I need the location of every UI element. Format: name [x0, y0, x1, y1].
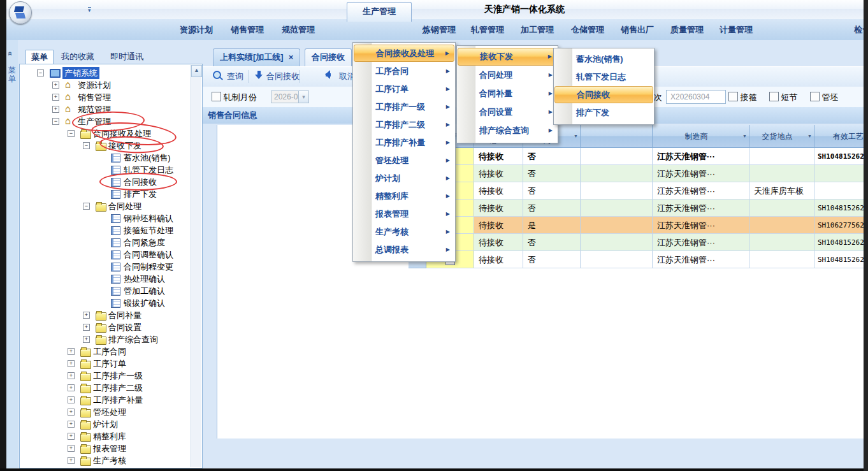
tree-expander-icon[interactable]: + [68, 433, 75, 440]
toolbar-button-query[interactable]: 查询 [227, 70, 243, 83]
tree-node-label[interactable]: 资源计划 [78, 79, 111, 91]
tree-expander-icon[interactable]: + [68, 360, 75, 367]
grid-cell-hidden[interactable] [581, 182, 653, 199]
menubar-item[interactable]: 规范管理 [282, 24, 315, 36]
tree-node-label[interactable]: 接箍短节处理 [124, 224, 173, 236]
tree-node-label[interactable]: 精整利库 [93, 430, 126, 442]
tree-node-label[interactable]: 生产考核 [93, 454, 126, 467]
menu-item-menu3-2[interactable]: 合同接收 [554, 86, 653, 103]
grid-cell-hidden[interactable] [581, 217, 653, 234]
grid-cell-rollback[interactable]: 否 [523, 251, 581, 268]
tree-node-label[interactable]: 合同制程变更 [124, 261, 173, 273]
grid-cell-maker[interactable]: 江苏天淮钢管··· [653, 251, 749, 268]
grid-cell-status[interactable]: 待接收 [474, 182, 523, 199]
grid-cell-doc[interactable] [814, 165, 864, 182]
grid-cell-doc[interactable]: SH104815262014/··· [814, 251, 864, 268]
menu-item-menu1-2[interactable]: 工序订单▶ [354, 80, 454, 98]
sidebar-tab-favorites[interactable]: 我的收藏 [56, 50, 99, 64]
app-logo-icon[interactable] [9, 1, 32, 24]
grid-cell-doc[interactable]: SH104815262008··· [814, 148, 864, 165]
grid-cell-hidden[interactable] [581, 234, 653, 251]
checkbox[interactable] [769, 92, 779, 101]
tree-node-label[interactable]: 炉计划 [93, 418, 118, 430]
grid-cell-rollback[interactable]: 否 [523, 182, 581, 199]
menubar-item[interactable]: 炼钢管理 [423, 24, 456, 36]
menu-item-menu1-3[interactable]: 工序排产一级▶ [354, 98, 454, 115]
grid-cell-doc[interactable]: SH106277562007/··· [814, 217, 864, 234]
tree-expander-icon[interactable]: + [68, 445, 75, 452]
content-tab-0[interactable]: 上料实绩[加工线]× [213, 48, 300, 67]
grid-cell-status[interactable]: 待接收 [474, 148, 523, 165]
menu-item-menu3-0[interactable]: 蓄水池(销售) [554, 50, 653, 68]
checkbox[interactable] [728, 92, 738, 101]
tree-node-label[interactable]: 排产综合查询 [108, 333, 158, 345]
grid-cell-place[interactable] [749, 234, 814, 251]
tree-expander-icon[interactable]: + [68, 348, 75, 355]
column-header-hidden[interactable] [581, 125, 653, 148]
menu-item-menu1-5[interactable]: 工序排产补量▶ [354, 134, 454, 151]
tree-expander-icon[interactable]: + [52, 94, 59, 101]
menu-item-menu1-4[interactable]: 工序排产二级▶ [354, 116, 454, 133]
grid-cell-hidden[interactable] [581, 199, 653, 217]
filter-icon[interactable]: ▼ [742, 134, 747, 138]
menu-item-menu1-6[interactable]: 管坯处理▶ [354, 152, 454, 169]
collapsed-panel-strip[interactable]: « 菜单 [6, 40, 18, 468]
column-header-place[interactable]: 交货地点▼ [749, 125, 814, 148]
filter-icon[interactable]: ▼ [807, 134, 812, 138]
tab-close-icon[interactable]: × [289, 52, 294, 62]
grid-cell-place[interactable] [749, 199, 814, 217]
grid-cell-hidden[interactable] [581, 148, 653, 165]
tree-node-label[interactable]: 工序排产二级 [93, 382, 143, 394]
menubar-item[interactable]: 轧管管理 [471, 24, 504, 36]
column-header-maker[interactable]: 制造商▼ [653, 125, 749, 148]
tree-node-label[interactable]: 工序合同 [93, 345, 126, 358]
month-combo[interactable]: 2026-03▾ [271, 91, 309, 103]
tree-expander-icon[interactable]: + [68, 457, 75, 464]
quick-access-dropdown-icon[interactable]: ▾ [88, 7, 91, 13]
tree-node-label[interactable]: 管加工确认 [124, 285, 165, 297]
grid-cell-maker[interactable]: 江苏天淮钢管··· [653, 217, 749, 234]
menu-item-menu1-11[interactable]: 总调报表▶ [354, 241, 454, 258]
menubar-item[interactable]: 仓储管理 [571, 24, 604, 36]
grid-cell-place[interactable] [749, 148, 814, 165]
tree-expander-icon[interactable]: − [37, 69, 44, 76]
grid-cell-rollback[interactable]: 否 [523, 199, 581, 217]
sidebar-tab-messenger[interactable]: 即时通讯 [105, 50, 148, 64]
tree-expander-icon[interactable]: − [52, 118, 59, 125]
menu-item-menu1-9[interactable]: 报表管理▶ [354, 205, 454, 222]
grid-cell-place[interactable] [749, 251, 814, 268]
menu-item-menu2-3[interactable]: 合同设置▶ [458, 103, 557, 121]
tree-node-label[interactable]: 热处理确认 [124, 273, 165, 285]
tree-expander-icon[interactable]: + [68, 396, 75, 403]
menubar-item[interactable]: 质量管理 [670, 24, 704, 36]
grid-cell-place[interactable]: 天淮库房车板 [749, 182, 814, 199]
grid-cell-rollback[interactable]: 是 [523, 217, 581, 234]
tree-node-label[interactable]: 工序订单 [93, 358, 126, 370]
grid-cell-maker[interactable]: 江苏天淮钢管··· [653, 148, 749, 165]
grid-cell-hidden[interactable] [581, 165, 653, 182]
tree-node-label[interactable]: 合同设置 [108, 321, 141, 333]
tree-scrollbar[interactable]: ▲ [191, 65, 201, 467]
menubar-item[interactable]: 计量管理 [720, 24, 753, 36]
tree-node-label[interactable]: 合同补量 [108, 309, 141, 321]
tree-node-label[interactable]: 锻拔扩确认 [124, 297, 165, 309]
tree-node-label[interactable]: 管坯处理 [93, 406, 126, 418]
grid-cell-status[interactable]: 待接收 [474, 199, 523, 217]
content-tab-1[interactable]: 合同接收 [305, 48, 352, 67]
tree-node-label[interactable]: 合同处理 [108, 200, 141, 212]
tree-expander-icon[interactable]: + [68, 372, 75, 379]
tree-node-label[interactable]: 工序排产一级 [93, 370, 143, 382]
tree-expander-icon[interactable]: + [68, 421, 75, 428]
menubar-item[interactable]: 加工管理 [521, 24, 554, 36]
menu-item-production[interactable]: 生产管理 [347, 2, 412, 22]
menu-item-menu3-1[interactable]: 轧管下发日志 [554, 68, 653, 85]
grid-cell-maker[interactable]: 江苏天淮钢管··· [653, 199, 749, 217]
grid-cell-doc[interactable]: SH104815262008/··· [814, 234, 864, 251]
tree-node-label[interactable]: 销售管理 [78, 91, 111, 103]
tree-expander-icon[interactable]: + [52, 106, 59, 113]
grid-cell-maker[interactable]: 江苏天淮钢管··· [653, 182, 749, 199]
tree-node-label[interactable]: 钢种坯料确认 [124, 212, 173, 224]
tree-node-label[interactable]: 报表管理 [93, 442, 126, 454]
grid-cell-rollback[interactable]: 否 [523, 234, 581, 251]
filter-icon[interactable]: ▼ [574, 134, 578, 138]
